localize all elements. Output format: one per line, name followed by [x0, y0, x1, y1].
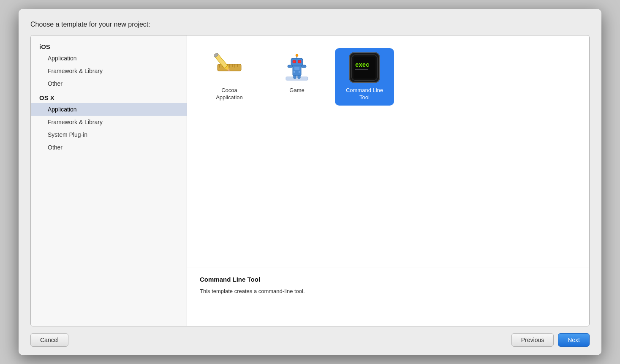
svg-text:exec: exec [355, 62, 370, 68]
dialog-footer: Cancel Previous Next [30, 333, 590, 347]
svg-rect-25 [294, 67, 299, 70]
svg-rect-18 [298, 60, 301, 63]
sidebar-item-ios-framework-library[interactable]: Framework & Library [31, 65, 187, 77]
svg-point-20 [296, 54, 298, 57]
sidebar-item-ios-application[interactable]: Application [31, 52, 187, 65]
template-command-line-tool[interactable]: exec Command LineTool [335, 48, 394, 106]
svg-rect-32 [355, 69, 368, 70]
game-icon [282, 52, 312, 83]
sidebar-item-ios-other[interactable]: Other [31, 77, 187, 90]
cocoa-application-icon [214, 52, 245, 83]
main-content: CocoaApplication [187, 35, 589, 326]
template-game[interactable]: Game [267, 48, 326, 106]
sidebar-item-osx-other[interactable]: Other [31, 141, 187, 154]
template-cocoa-application[interactable]: CocoaApplication [200, 48, 259, 106]
command-line-tool-label: Command LineTool [346, 87, 383, 101]
svg-rect-14 [286, 77, 308, 80]
svg-rect-1 [219, 64, 220, 68]
sidebar-section-osx: OS X [31, 90, 187, 103]
previous-button[interactable]: Previous [511, 333, 554, 347]
cocoa-application-label: CocoaApplication [216, 87, 243, 101]
footer-right-buttons: Previous Next [511, 333, 590, 347]
description-text: This template creates a command-line too… [200, 287, 576, 296]
svg-rect-21 [288, 65, 293, 68]
templates-area: CocoaApplication [187, 35, 589, 267]
sidebar-item-osx-system-plugin[interactable]: System Plug-in [31, 128, 187, 141]
game-label: Game [289, 87, 304, 94]
exec-icon-wrapper: exec [349, 52, 380, 83]
sidebar: iOS Application Framework & Library Othe… [31, 35, 187, 326]
sidebar-section-ios: iOS [31, 39, 187, 52]
svg-rect-23 [294, 75, 296, 79]
svg-rect-6 [232, 64, 233, 67]
description-panel: Command Line Tool This template creates … [187, 267, 589, 326]
svg-rect-24 [298, 75, 300, 79]
svg-rect-22 [301, 65, 306, 68]
new-project-dialog: Choose a template for your new project: … [19, 9, 601, 355]
dialog-title: Choose a template for your new project: [30, 21, 590, 28]
command-line-tool-icon: exec [349, 52, 380, 83]
sidebar-item-osx-application[interactable]: Application [31, 103, 187, 116]
dialog-body: iOS Application Framework & Library Othe… [30, 35, 590, 326]
cancel-button[interactable]: Cancel [30, 333, 68, 347]
description-title: Command Line Tool [200, 276, 576, 283]
svg-rect-8 [237, 64, 238, 67]
svg-rect-27 [299, 71, 300, 73]
svg-rect-5 [229, 64, 230, 68]
svg-rect-7 [234, 64, 235, 68]
svg-rect-26 [294, 71, 295, 73]
next-button[interactable]: Next [558, 333, 590, 347]
sidebar-item-osx-framework-library[interactable]: Framework & Library [31, 116, 187, 128]
svg-rect-17 [293, 60, 296, 63]
